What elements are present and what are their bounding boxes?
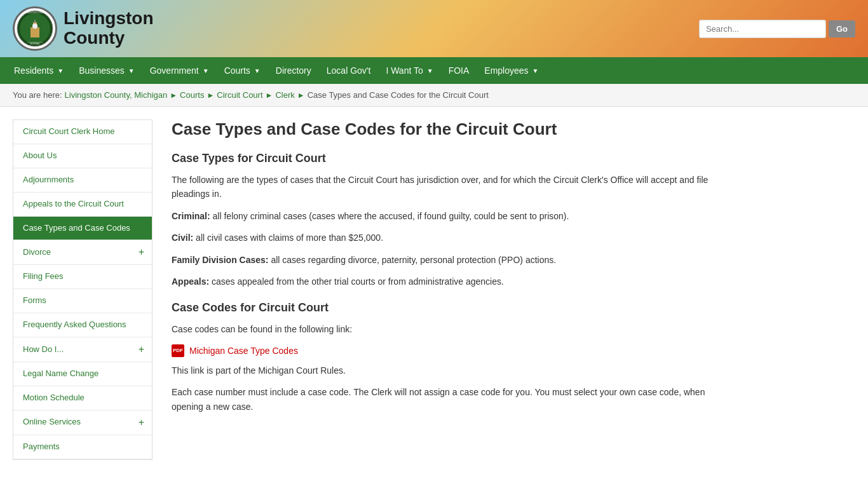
breadcrumb-home[interactable]: Livingston County, Michigan (65, 90, 168, 100)
divorce-expand-icon[interactable]: + (131, 240, 152, 264)
page-header: LIVINGSTON COUNTY MICHIGAN ORGANIZED IN … (0, 0, 868, 57)
section1-heading: Case Types for Circuit Court (172, 152, 731, 165)
nav-i-want-to[interactable]: I Want To ▼ (378, 57, 440, 84)
sidebar-item-forms[interactable]: Forms (13, 289, 152, 313)
sidebar-item-motion-schedule[interactable]: Motion Schedule (13, 386, 152, 410)
government-arrow-icon: ▼ (203, 67, 209, 74)
nav-directory[interactable]: Directory (268, 57, 319, 84)
breadcrumb-courts[interactable]: Courts (180, 90, 204, 100)
sidebar-link-motion-schedule[interactable]: Motion Schedule (13, 386, 152, 410)
sidebar-item-payments[interactable]: Payments (13, 435, 152, 459)
breadcrumb-sep-3: ► (266, 91, 273, 100)
iwantto-arrow-icon: ▼ (427, 67, 433, 74)
nav-foia[interactable]: FOIA (441, 57, 477, 84)
online-services-expand-icon[interactable]: + (131, 410, 152, 435)
go-button[interactable]: Go (829, 20, 855, 37)
civil-para: Civil: all civil cases with claims of mo… (172, 231, 731, 245)
criminal-label: Criminal: (172, 211, 210, 221)
residents-arrow-icon: ▼ (57, 67, 64, 74)
svg-rect-2 (31, 27, 39, 37)
sidebar-link-filing-fees[interactable]: Filing Fees (13, 265, 152, 288)
breadcrumb-sep-1: ► (170, 91, 177, 100)
employees-arrow-icon: ▼ (532, 67, 539, 74)
breadcrumb-label: You are here: (13, 90, 62, 100)
sidebar-link-case-types[interactable]: Case Types and Case Codes (13, 217, 152, 240)
main-nav: Residents ▼ Businesses ▼ Government ▼ Co… (0, 57, 868, 84)
family-para: Family Division Cases: all cases regardi… (172, 253, 731, 267)
sidebar-link-faq[interactable]: Frequently Asked Questions (13, 313, 152, 337)
breadcrumb-clerk[interactable]: Clerk (275, 90, 294, 100)
appeals-para: Appeals: cases appealed from the other t… (172, 274, 731, 288)
search-area: Go (699, 20, 855, 38)
sidebar-link-adjournments[interactable]: Adjournments (13, 168, 152, 192)
logo-area: LIVINGSTON COUNTY MICHIGAN ORGANIZED IN … (13, 6, 154, 51)
sidebar-link-legal-name[interactable]: Legal Name Change (13, 362, 152, 386)
sidebar-item-filing-fees[interactable]: Filing Fees (13, 265, 152, 289)
breadcrumb-sep-2: ► (207, 91, 214, 100)
sidebar-link-payments[interactable]: Payments (13, 435, 152, 459)
main-container: Circuit Court Clerk Home About Us Adjour… (0, 107, 750, 473)
sidebar-link-how-do-i[interactable]: How Do I... (13, 338, 131, 362)
sidebar-item-faq[interactable]: Frequently Asked Questions (13, 313, 152, 337)
section2-heading: Case Codes for Circuit Court (172, 301, 731, 315)
sidebar-item-clerk-home[interactable]: Circuit Court Clerk Home (13, 120, 152, 144)
sidebar-item-how-do-i[interactable]: How Do I... + (13, 337, 152, 362)
note1: This link is part of the Michigan Court … (172, 363, 731, 377)
civil-text: all civil cases with claims of more than… (193, 233, 383, 243)
sidebar-link-forms[interactable]: Forms (13, 289, 152, 313)
nav-courts[interactable]: Courts ▼ (217, 57, 268, 84)
section1-intro: The following are the types of cases tha… (172, 173, 731, 201)
content-area: Case Types and Case Codes for the Circui… (165, 119, 737, 460)
criminal-text: all felony criminal cases (cases where t… (210, 211, 569, 221)
svg-rect-4 (34, 20, 36, 23)
sidebar-link-clerk-home[interactable]: Circuit Court Clerk Home (13, 120, 152, 144)
note2: Each case number must include a case cod… (172, 385, 731, 414)
sidebar-link-online-services[interactable]: Online Services (13, 410, 131, 434)
sidebar-item-adjournments[interactable]: Adjournments (13, 168, 152, 193)
family-label: Family Division Cases: (172, 255, 269, 265)
breadcrumb: You are here: Livingston County, Michiga… (0, 84, 868, 107)
civil-label: Civil: (172, 233, 193, 243)
nav-government[interactable]: Government ▼ (142, 57, 217, 84)
sidebar-item-appeals[interactable]: Appeals to the Circuit Court (13, 193, 152, 217)
sidebar-item-about-us[interactable]: About Us (13, 144, 152, 168)
svg-point-6 (32, 24, 37, 29)
breadcrumb-current: Case Types and Case Codes for the Circui… (308, 90, 489, 100)
svg-text:LIVINGSTON COUNTY: LIVINGSTON COUNTY (24, 11, 48, 14)
pdf-icon: PDF (172, 344, 184, 357)
breadcrumb-sep-4: ► (297, 91, 305, 100)
appeals-text: cases appealed from the other trial cour… (209, 276, 504, 287)
sidebar-item-divorce[interactable]: Divorce + (13, 240, 152, 265)
county-name: Livingston County (64, 9, 154, 48)
nav-businesses[interactable]: Businesses ▼ (71, 57, 142, 84)
sidebar-item-legal-name[interactable]: Legal Name Change (13, 362, 152, 386)
sidebar-item-online-services[interactable]: Online Services + (13, 410, 152, 435)
sidebar-link-about-us[interactable]: About Us (13, 144, 152, 168)
businesses-arrow-icon: ▼ (128, 67, 135, 74)
svg-text:ORGANIZED IN 1836: ORGANIZED IN 1836 (27, 41, 43, 43)
criminal-para: Criminal: all felony criminal cases (cas… (172, 209, 731, 223)
howdoi-expand-icon[interactable]: + (131, 337, 152, 362)
sidebar: Circuit Court Clerk Home About Us Adjour… (13, 119, 153, 460)
courts-arrow-icon: ▼ (254, 67, 261, 74)
nav-local-gov[interactable]: Local Gov't (319, 57, 379, 84)
sidebar-item-case-types[interactable]: Case Types and Case Codes (13, 217, 152, 241)
nav-residents[interactable]: Residents ▼ (6, 57, 71, 84)
sidebar-link-appeals[interactable]: Appeals to the Circuit Court (13, 193, 152, 216)
michigan-case-type-codes-link[interactable]: Michigan Case Type Codes (189, 346, 298, 356)
page-title: Case Types and Case Codes for the Circui… (172, 119, 731, 139)
section2-intro: Case codes can be found in the following… (172, 322, 731, 336)
appeals-label: Appeals: (172, 276, 209, 287)
sidebar-link-divorce[interactable]: Divorce (13, 241, 131, 264)
pdf-link-container: PDF Michigan Case Type Codes (172, 344, 731, 357)
county-seal: LIVINGSTON COUNTY MICHIGAN ORGANIZED IN … (13, 6, 57, 51)
nav-employees[interactable]: Employees ▼ (477, 57, 546, 84)
search-input[interactable] (699, 20, 826, 38)
family-text: all cases regarding divorce, paternity, … (269, 255, 557, 265)
breadcrumb-circuit-court[interactable]: Circuit Court (217, 90, 262, 100)
